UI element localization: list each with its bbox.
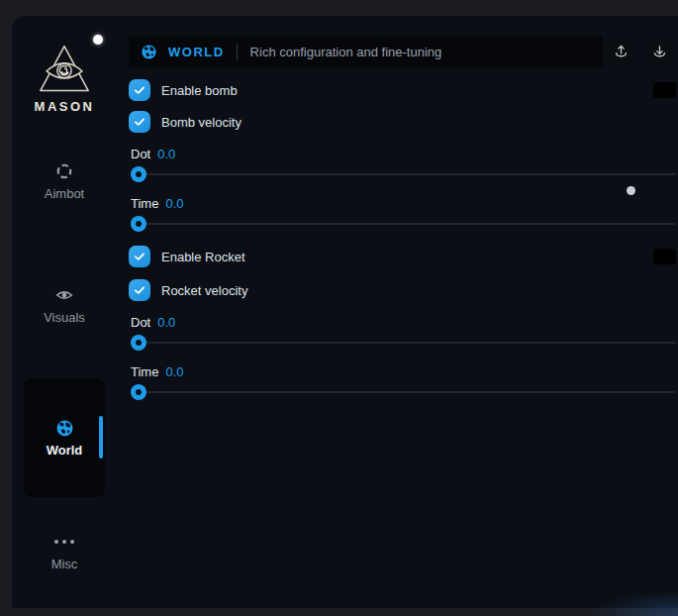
page-subtitle: Rich configuration and fine-tuning xyxy=(250,45,442,59)
sidebar-item-visuals[interactable]: Visuals xyxy=(24,285,105,325)
rocket-dot-slider[interactable] xyxy=(129,333,676,353)
enable-bomb-checkbox[interactable] xyxy=(129,79,150,101)
download-icon xyxy=(651,44,668,60)
upload-icon xyxy=(613,44,630,60)
sidebar-item-aimbot[interactable]: Aimbot xyxy=(24,161,105,201)
brand-logo: MASON xyxy=(24,44,105,114)
eye-icon xyxy=(54,285,74,305)
slider-value: 0.0 xyxy=(165,364,183,379)
globe-icon xyxy=(141,44,157,60)
slider-group-bomb-dot: Dot 0.0 xyxy=(129,145,676,184)
bomb-velocity-checkbox[interactable] xyxy=(129,111,150,133)
checkbox-label: Enable bomb xyxy=(161,83,238,98)
toggle-row-enable-bomb: Enable bomb xyxy=(129,79,676,101)
rocket-time-slider[interactable] xyxy=(129,382,676,402)
slider-track xyxy=(131,342,676,344)
slider-label: Time xyxy=(131,196,158,211)
ellipsis-icon xyxy=(54,532,74,552)
download-config-button[interactable] xyxy=(644,36,674,67)
crosshair-icon xyxy=(54,161,74,181)
rocket-color-swatch[interactable] xyxy=(653,249,676,264)
sidebar-item-world[interactable]: World xyxy=(24,378,105,497)
check-icon xyxy=(133,283,146,297)
sidebar-item-label: Aimbot xyxy=(45,186,84,201)
checkbox-label: Rocket velocity xyxy=(161,283,247,298)
slider-group-rocket-time: Time 0.0 xyxy=(129,362,676,402)
slider-group-rocket-dot: Dot 0.0 xyxy=(129,313,676,353)
slider-label-row: Dot 0.0 xyxy=(129,145,676,162)
bomb-color-swatch[interactable] xyxy=(653,82,676,98)
check-icon xyxy=(133,250,146,263)
rocket-velocity-checkbox[interactable] xyxy=(129,279,150,301)
settings-panel: Enable bomb Bomb velocity Dot 0.0 xyxy=(129,79,676,412)
slider-thumb[interactable] xyxy=(131,384,146,400)
header-divider xyxy=(237,44,238,60)
bomb-time-slider[interactable] xyxy=(129,214,676,234)
slider-label-row: Time 0.0 xyxy=(129,194,676,212)
checkbox-label: Bomb velocity xyxy=(161,115,242,130)
slider-thumb[interactable] xyxy=(131,166,146,182)
active-tab-indicator xyxy=(99,416,103,459)
brand-name: MASON xyxy=(35,99,95,114)
slider-label: Dot xyxy=(131,315,150,330)
slider-track xyxy=(131,173,676,175)
slider-value: 0.0 xyxy=(157,315,175,330)
sidebar-item-label: World xyxy=(47,443,83,458)
page-header: WORLD Rich configuration and fine-tuning xyxy=(129,36,603,67)
sidebar-item-label: Misc xyxy=(51,557,78,571)
slider-label: Time xyxy=(131,364,158,379)
slider-track xyxy=(131,223,676,225)
slider-track xyxy=(131,391,676,393)
enable-rocket-checkbox[interactable] xyxy=(129,246,150,267)
sidebar-item-misc[interactable]: Misc xyxy=(24,532,105,571)
upload-config-button[interactable] xyxy=(606,36,635,67)
slider-label-row: Dot 0.0 xyxy=(129,313,676,331)
sidebar-item-label: Visuals xyxy=(44,310,85,325)
mason-window: MASON Aimbot Visuals World Misc xyxy=(12,16,678,608)
check-icon xyxy=(133,83,146,97)
bomb-dot-slider[interactable] xyxy=(129,164,676,184)
check-icon xyxy=(133,115,146,129)
toggle-row-bomb-velocity: Bomb velocity xyxy=(129,111,676,133)
slider-label: Dot xyxy=(131,147,150,161)
globe-icon xyxy=(55,419,74,438)
toggle-row-rocket-velocity: Rocket velocity xyxy=(129,279,676,301)
page-title: WORLD xyxy=(168,45,225,59)
secondary-cursor-dot xyxy=(627,186,635,195)
slider-group-bomb-time: Time 0.0 xyxy=(129,194,676,234)
slider-thumb[interactable] xyxy=(131,216,146,232)
slider-value: 0.0 xyxy=(165,196,183,211)
slider-thumb[interactable] xyxy=(131,335,146,351)
slider-label-row: Time 0.0 xyxy=(129,362,676,380)
app-screenshot: MASON Aimbot Visuals World Misc xyxy=(0,0,678,616)
toggle-row-enable-rocket: Enable Rocket xyxy=(129,246,676,267)
eye-pyramid-logo-icon xyxy=(36,44,93,95)
checkbox-label: Enable Rocket xyxy=(161,250,245,264)
cursor-dot xyxy=(93,35,103,45)
slider-value: 0.0 xyxy=(157,147,175,161)
